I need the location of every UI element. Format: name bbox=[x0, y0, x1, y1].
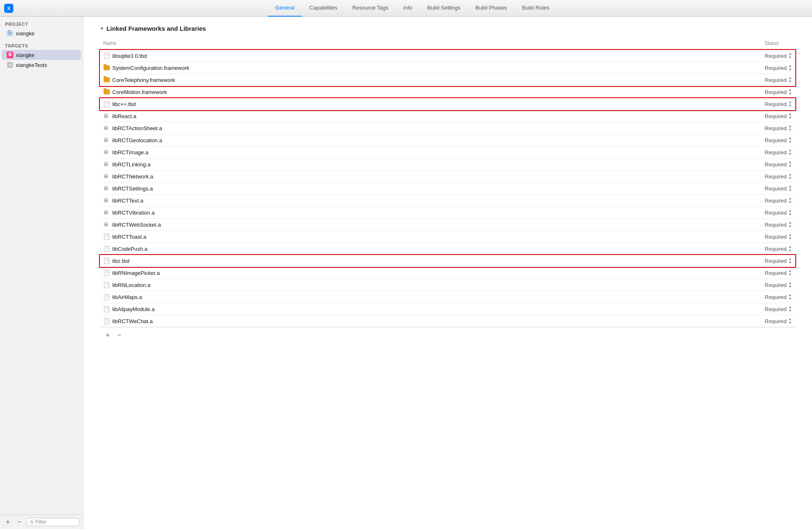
svg-rect-2 bbox=[8, 30, 10, 31]
table-row[interactable]: libAlipayModule.a Required ▲ ▼ bbox=[100, 303, 795, 315]
status-arrows[interactable]: ▲ ▼ bbox=[788, 64, 792, 72]
table-row[interactable]: 🏛 libRCTSettings.a Required ▲ ▼ bbox=[100, 183, 795, 195]
row-icon bbox=[103, 101, 110, 107]
status-arrows[interactable]: ▲ ▼ bbox=[788, 173, 792, 180]
framework-name: libRNImagePicker.a bbox=[112, 270, 160, 276]
tab-capabilities[interactable]: Capabilities bbox=[302, 0, 345, 17]
status-text: Required bbox=[765, 77, 787, 83]
sidebar: PROJECT xiangke TARGETS 享 xiangke bbox=[0, 17, 83, 529]
tab-build-rules[interactable]: Build Rules bbox=[515, 0, 557, 17]
table-row[interactable]: 🏛 libRCTGeolocation.a Required ▲ ▼ bbox=[100, 134, 795, 146]
table-row[interactable]: libRCTToast.a Required ▲ ▼ bbox=[100, 231, 795, 243]
table-row[interactable]: libCodePush.a Required ▲ ▼ bbox=[100, 243, 795, 255]
status-arrows[interactable]: ▲ ▼ bbox=[788, 233, 792, 240]
framework-name: libRNLocation.a bbox=[112, 282, 151, 288]
table-row[interactable]: libRNImagePicker.a Required ▲ ▼ bbox=[100, 267, 795, 279]
filter-box[interactable]: ⊙ Filter bbox=[27, 518, 79, 526]
framework-name: CoreTelephony.framework bbox=[112, 77, 175, 83]
status-text: Required bbox=[765, 53, 787, 59]
add-framework-button[interactable]: + bbox=[103, 331, 112, 340]
table-row[interactable]: CoreTelephony.framework Required ▲ ▼ bbox=[100, 74, 795, 86]
table-row[interactable]: 🏛 libRCTWebSocket.a Required ▲ ▼ bbox=[100, 219, 795, 231]
table-row[interactable]: SystemConfiguration.framework Required ▲… bbox=[100, 62, 795, 74]
xcode-icon[interactable] bbox=[4, 4, 13, 13]
tab-general[interactable]: General bbox=[268, 0, 302, 17]
status-arrows[interactable]: ▲ ▼ bbox=[788, 269, 792, 277]
row-icon bbox=[103, 318, 110, 324]
status-arrows[interactable]: ▲ ▼ bbox=[788, 317, 792, 325]
row-name: CoreTelephony.framework bbox=[103, 77, 605, 83]
status-arrows[interactable]: ▲ ▼ bbox=[788, 136, 792, 144]
svg-rect-5 bbox=[8, 63, 12, 67]
status-text: Required bbox=[765, 246, 787, 252]
library-icon: 🏛 bbox=[104, 125, 109, 131]
status-arrows[interactable]: ▲ ▼ bbox=[788, 293, 792, 301]
status-arrows[interactable]: ▲ ▼ bbox=[788, 161, 792, 168]
project-label: xiangke bbox=[16, 30, 35, 37]
file-icon bbox=[104, 53, 109, 59]
table-row[interactable]: 🏛 libReact.a Required ▲ ▼ bbox=[100, 110, 795, 122]
status-arrows[interactable]: ▲ ▼ bbox=[788, 148, 792, 156]
tab-build-settings[interactable]: Build Settings bbox=[420, 0, 468, 17]
status-text: Required bbox=[765, 125, 787, 131]
status-text: Required bbox=[765, 234, 787, 240]
status-text: Required bbox=[765, 65, 787, 71]
sidebar-item-target-test[interactable]: xiangkeTests bbox=[2, 60, 81, 70]
remove-framework-button[interactable]: − bbox=[115, 331, 124, 340]
collapse-triangle[interactable]: ▼ bbox=[100, 26, 104, 31]
table-row[interactable]: libz.tbd Required ▲ ▼ bbox=[100, 255, 795, 267]
status-arrows[interactable]: ▲ ▼ bbox=[788, 257, 792, 264]
sidebar-item-project[interactable]: xiangke bbox=[2, 28, 81, 38]
table-row[interactable]: libc++.tbd Required ▲ ▼ bbox=[100, 98, 795, 110]
table-row[interactable]: 🏛 libRCTVibration.a Required ▲ ▼ bbox=[100, 207, 795, 219]
status-arrows[interactable]: ▲ ▼ bbox=[788, 124, 792, 132]
status-value: Required ▲ ▼ bbox=[611, 257, 792, 264]
status-arrows[interactable]: ▲ ▼ bbox=[788, 76, 792, 84]
library-icon: 🏛 bbox=[104, 173, 109, 179]
status-arrows[interactable]: ▲ ▼ bbox=[788, 185, 792, 192]
framework-name: libc++.tbd bbox=[112, 101, 136, 107]
svg-rect-3 bbox=[8, 32, 12, 33]
status-text: Required bbox=[765, 113, 787, 119]
status-text: Required bbox=[765, 318, 787, 324]
status-arrows[interactable]: ▲ ▼ bbox=[788, 245, 792, 252]
table-row[interactable]: libRNLocation.a Required ▲ ▼ bbox=[100, 279, 795, 291]
status-arrows[interactable]: ▲ ▼ bbox=[788, 197, 792, 204]
status-arrows[interactable]: ▲ ▼ bbox=[788, 52, 792, 59]
table-row[interactable]: 🏛 libRCTActionSheet.a Required ▲ ▼ bbox=[100, 122, 795, 134]
framework-name: libRCTText.a bbox=[112, 198, 143, 204]
table-row[interactable]: CoreMotion.framework Required ▲ ▼ bbox=[100, 86, 795, 98]
status-text: Required bbox=[765, 210, 787, 216]
table-row[interactable]: libAirMaps.a Required ▲ ▼ bbox=[100, 291, 795, 303]
file-icon bbox=[104, 294, 109, 300]
table-row[interactable]: libsqlite3.0.tbd Required ▲ ▼ bbox=[100, 50, 795, 62]
row-icon bbox=[103, 77, 110, 83]
status-value: Required ▲ ▼ bbox=[611, 112, 792, 120]
row-icon bbox=[103, 306, 110, 312]
status-arrows[interactable]: ▲ ▼ bbox=[788, 305, 792, 313]
tab-resource-tags[interactable]: Resource Tags bbox=[345, 0, 396, 17]
sidebar-item-target-app[interactable]: 享 xiangke bbox=[2, 50, 81, 60]
tab-build-phases[interactable]: Build Phases bbox=[468, 0, 515, 17]
targets-section-header: TARGETS bbox=[0, 38, 83, 50]
sidebar-remove-button[interactable]: − bbox=[15, 517, 24, 527]
status-arrows[interactable]: ▲ ▼ bbox=[788, 209, 792, 216]
status-arrows[interactable]: ▲ ▼ bbox=[788, 281, 792, 289]
status-arrows[interactable]: ▲ ▼ bbox=[788, 112, 792, 120]
status-text: Required bbox=[765, 137, 787, 143]
table-row[interactable]: 🏛 libRCTImage.a Required ▲ ▼ bbox=[100, 146, 795, 158]
table-row[interactable]: libRCTWeChat.a Required ▲ ▼ bbox=[100, 315, 795, 327]
sidebar-add-button[interactable]: + bbox=[3, 517, 12, 527]
table-row[interactable]: 🏛 libRCTText.a Required ▲ ▼ bbox=[100, 195, 795, 207]
tab-info[interactable]: Info bbox=[396, 0, 420, 17]
status-value: Required ▲ ▼ bbox=[611, 197, 792, 204]
status-arrows[interactable]: ▲ ▼ bbox=[788, 100, 792, 108]
table-row[interactable]: 🏛 libRCTNetwork.a Required ▲ ▼ bbox=[100, 171, 795, 183]
row-name: libRNImagePicker.a bbox=[103, 269, 605, 276]
status-arrows[interactable]: ▲ ▼ bbox=[788, 221, 792, 228]
status-value: Required ▲ ▼ bbox=[611, 233, 792, 240]
status-arrows[interactable]: ▲ ▼ bbox=[788, 88, 792, 96]
row-name: libRCTWeChat.a bbox=[103, 318, 605, 324]
table-row[interactable]: 🏛 libRCTLinking.a Required ▲ ▼ bbox=[100, 158, 795, 171]
framework-name: libRCTToast.a bbox=[112, 234, 146, 240]
